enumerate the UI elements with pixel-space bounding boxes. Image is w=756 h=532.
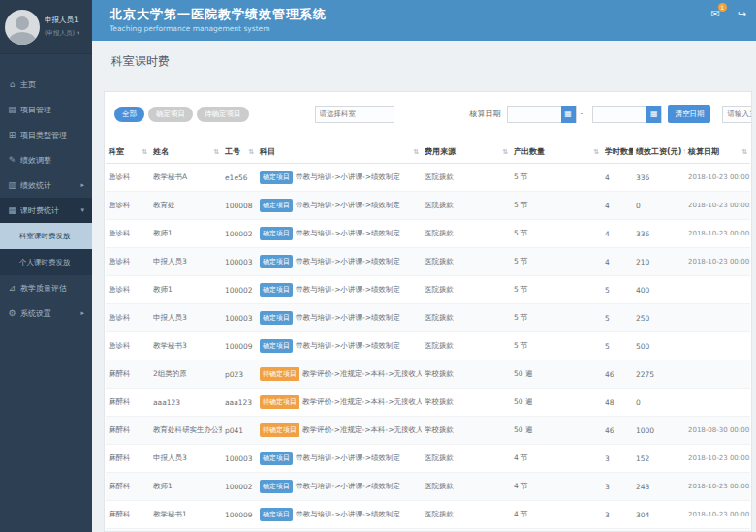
sort-icon[interactable]: ⇅	[246, 148, 254, 156]
cell-hours: 18	[602, 529, 633, 532]
cell-hours: 4	[602, 164, 633, 192]
sidebar-item[interactable]: ▦课时费统计▾	[0, 198, 92, 223]
filter-tab[interactable]: 全部	[114, 107, 144, 122]
cell-name: aaa123	[150, 389, 222, 417]
avatar	[5, 10, 40, 45]
cell-fee-source: 医院拨款	[422, 276, 511, 304]
column-header-label: 科目	[260, 146, 275, 157]
cell-name: 教育处	[150, 192, 222, 220]
table-row: 麻醉科教师1100002确定项目带教与培训->小讲课->绩效制定医院拨款4 节3…	[106, 473, 750, 501]
cell-pay: 400	[633, 276, 685, 304]
subject-text: 带教与培训->小讲课->绩效制定	[296, 313, 400, 322]
sidebar-item[interactable]: ⌂主页	[0, 72, 92, 97]
cell-output-quantity: 5 节	[511, 248, 602, 276]
cell-name: 申报人员3	[150, 304, 222, 332]
cell-department: 麻醉科	[106, 360, 150, 389]
column-header: 绩效工资(元)⇅	[633, 141, 685, 164]
subject-text: 带教与培训->小讲课->绩效制定	[296, 510, 400, 518]
cell-hours: 4	[602, 248, 633, 276]
status-badge: 确定项目	[260, 480, 293, 493]
keyword-input[interactable]	[722, 106, 752, 123]
date-range-label: 核算日期	[470, 109, 501, 119]
sidebar-subitem[interactable]: 个人课时费发放	[0, 249, 92, 275]
cell-employee-id: e1e56	[222, 164, 257, 192]
cell-output-quantity: 5 节	[511, 332, 602, 360]
user-panel[interactable]: 申报人员1 (申报人员) ▾	[0, 0, 92, 54]
sidebar-item[interactable]: ✎绩效调整	[0, 147, 92, 172]
sort-icon[interactable]: ⇅	[411, 148, 419, 156]
cell-hours: 5	[602, 304, 633, 332]
app-title: 北京大学第一医院教学绩效管理系统	[92, 0, 756, 23]
cell-output-quantity: 50 遍	[511, 417, 602, 445]
date-start-input[interactable]	[508, 107, 561, 122]
cell-settle-date	[685, 276, 750, 304]
cell-name: 申报人员3	[150, 248, 222, 276]
cell-pay: 210	[633, 248, 685, 276]
cell-pay: 0	[633, 192, 685, 220]
column-header-label: 产出数量	[514, 146, 545, 157]
cell-pay: 336	[633, 220, 685, 248]
calendar-icon[interactable]: ▦	[561, 106, 576, 123]
column-header-label: 姓名	[153, 146, 169, 157]
table-row: 麻醉科教育处科研实生办公室Ap041确定项目命题 考核与评价->研究生-规定-教…	[106, 529, 750, 532]
sidebar-item[interactable]: ▥绩效统计▸	[0, 172, 92, 198]
cell-output-quantity: 5 节	[511, 276, 602, 304]
sidebar-item[interactable]: ⚙系统设置▸	[0, 300, 92, 326]
status-badge: 确定项目	[260, 508, 293, 521]
subject-text: 带教与培训->小讲课->绩效制定	[296, 257, 400, 266]
clear-date-button[interactable]: 清空日期	[668, 105, 710, 123]
calendar-icon[interactable]: ▦	[646, 106, 661, 123]
subject-text: 教学评价->准规定->本科->无接收人	[302, 397, 422, 406]
cell-employee-id: aaa123	[222, 389, 257, 417]
date-end-input[interactable]	[593, 107, 646, 122]
sort-icon[interactable]: ⇅	[140, 148, 147, 156]
sidebar-item[interactable]: ⊞项目类型管理	[0, 122, 92, 147]
cell-hours: 5	[602, 332, 633, 360]
column-header-label: 核算日期	[688, 146, 719, 157]
date-separator: -	[581, 110, 583, 118]
sort-icon[interactable]: ⇅	[740, 148, 747, 156]
column-header-label: 工号	[225, 146, 240, 157]
status-badge: 待确定项目	[260, 395, 299, 409]
sidebar-item[interactable]: ⊿教学质量评估	[0, 275, 92, 300]
cell-subject: 确定项目带教与培训->小讲课->绩效制定	[257, 332, 422, 360]
sort-icon[interactable]: ⇅	[211, 148, 219, 156]
cell-settle-date	[685, 529, 750, 532]
status-badge: 确定项目	[260, 311, 293, 325]
cell-employee-id: 100002	[222, 276, 257, 304]
sidebar-item-label: 教学质量评估	[20, 284, 67, 293]
sidebar-item[interactable]: ▤项目管理	[0, 97, 92, 122]
status-badge: 确定项目	[260, 339, 293, 353]
cell-department: 急诊科	[106, 276, 150, 304]
logout-icon[interactable]: ↪	[738, 8, 746, 20]
cell-employee-id: p041	[222, 529, 257, 532]
cell-settle-date	[685, 332, 750, 360]
chevron-icon: ▸	[80, 172, 84, 198]
cell-fee-source: 学校拨款	[422, 360, 511, 389]
date-start-box: ▦	[507, 106, 577, 123]
sort-icon[interactable]: ⇅	[681, 148, 685, 156]
cell-subject: 确定项目带教与培训->小讲课->绩效制定	[257, 304, 422, 332]
status-badge: 待确定项目	[260, 423, 299, 437]
sort-icon[interactable]: ⇅	[500, 148, 508, 156]
cell-employee-id: p023	[222, 360, 257, 389]
filter-tab[interactable]: 确定项目	[148, 107, 193, 122]
sort-icon[interactable]: ⇅	[591, 148, 599, 156]
cell-pay: 500	[633, 332, 685, 360]
sidebar-subitem[interactable]: 科室课时费发放	[0, 223, 92, 249]
cell-subject: 确定项目带教与培训->小讲课->绩效制定	[257, 501, 422, 529]
cell-name: 教师1	[150, 276, 222, 304]
table-row: 麻醉科aaa123aaa123待确定项目教学评价->准规定->本科->无接收人学…	[106, 389, 750, 417]
cell-settle-date: 2018-08-30 00:00:00	[685, 417, 750, 445]
cell-pay: 2275	[633, 360, 685, 389]
chevron-icon: ▸	[80, 300, 84, 326]
table-row: 麻醉科2组类的原p023待确定项目教学评价->准规定->本科->无接收人学校拨款…	[106, 360, 750, 389]
sidebar: 申报人员1 (申报人员) ▾ ⌂主页▤项目管理⊞项目类型管理✎绩效调整▥绩效统计…	[0, 0, 92, 532]
status-badge: 确定项目	[260, 255, 293, 268]
fee-stats-icon: ▦	[7, 198, 17, 223]
cell-pay: 250	[633, 304, 685, 332]
user-role[interactable]: (申报人员) ▾	[45, 29, 79, 38]
department-select-input[interactable]	[315, 106, 394, 123]
cell-hours: 48	[602, 389, 633, 417]
filter-tab[interactable]: 待确定项目	[197, 107, 249, 122]
